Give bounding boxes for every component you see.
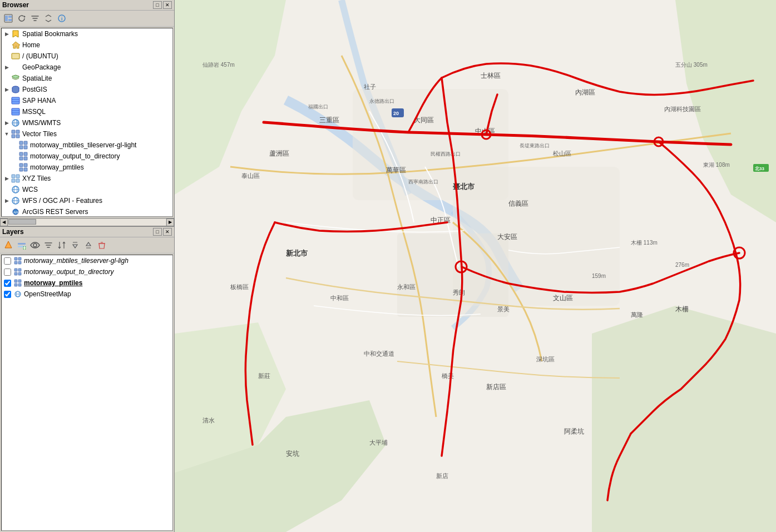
svg-text:永德路出口: 永德路出口	[369, 98, 394, 104]
browser-tree: ▶ Spatial Bookmarks Home	[1, 28, 173, 217]
tree-item-geopackage[interactable]: ▶ GP GeoPackage	[2, 62, 172, 73]
icon-wcs	[11, 185, 21, 195]
layers-minimize-btn[interactable]: □	[153, 228, 162, 236]
tree-item-vt-output[interactable]: motorway_output_to_directory	[2, 151, 172, 162]
layer-filter-btn[interactable]	[42, 239, 55, 251]
svg-rect-21	[19, 141, 23, 145]
layers-panel: Layers □ ✕	[0, 227, 174, 532]
svg-rect-28	[24, 157, 27, 160]
svg-rect-19	[12, 135, 15, 138]
expander-postgis[interactable]: ▶	[3, 87, 11, 92]
tree-item-postgis[interactable]: ▶ PostGIS	[2, 84, 172, 95]
layer-check-output[interactable]	[4, 269, 11, 276]
tree-item-vector-tiles[interactable]: ▼ Vector Tiles	[2, 128, 172, 140]
svg-text:阿柔坑: 阿柔坑	[564, 427, 584, 435]
svg-rect-54	[18, 261, 21, 264]
tree-item-sap-hana[interactable]: SAP HANA	[2, 95, 172, 106]
layer-add-btn[interactable]	[16, 239, 28, 251]
tree-item-ubuntu[interactable]: / (UBUNTU)	[2, 51, 172, 62]
hscroll-right-btn[interactable]: ▶	[166, 218, 174, 226]
expander-vector-tiles[interactable]: ▼	[3, 131, 11, 137]
layer-check-pmtiles[interactable]	[4, 280, 11, 287]
layer-check-mbtiles[interactable]	[4, 257, 11, 265]
tree-item-vt-pmtiles[interactable]: motorway_pmtiles	[2, 162, 172, 173]
svg-text:士林區: 士林區	[481, 72, 501, 79]
layers-close-btn[interactable]: ✕	[163, 228, 172, 236]
layer-item-pmtiles[interactable]: motorway_pmtiles	[2, 277, 172, 289]
expander-wms-wmts[interactable]: ▶	[3, 120, 11, 126]
browser-refresh-btn[interactable]	[16, 12, 28, 24]
layer-item-output[interactable]: motorway_output_to_directory	[2, 266, 172, 277]
label-mssql: MSSQL	[22, 108, 46, 116]
svg-rect-61	[14, 284, 17, 286]
svg-text:社子: 社子	[364, 83, 376, 90]
label-home: Home	[22, 41, 40, 49]
svg-rect-57	[14, 272, 17, 275]
svg-rect-59	[14, 280, 17, 282]
browser-minimize-btn[interactable]: □	[153, 1, 162, 9]
layer-moveup-btn[interactable]	[82, 239, 95, 251]
svg-text:泰山區: 泰山區	[241, 172, 260, 179]
expander-spatial-bookmarks[interactable]: ▶	[3, 31, 11, 37]
browser-collapse-btn[interactable]	[42, 12, 55, 24]
expander-xyz-tiles[interactable]: ▶	[3, 176, 11, 181]
layer-visibility-btn[interactable]	[29, 239, 41, 251]
layer-icon-mbtiles	[13, 256, 22, 265]
tree-item-wfs-ogc[interactable]: ▶ WFS / OGC API - Features	[2, 195, 172, 206]
svg-text:新店: 新店	[436, 473, 448, 479]
icon-wms-wmts	[11, 118, 21, 128]
icon-vt-output	[18, 151, 28, 161]
layer-movedown-btn[interactable]	[69, 239, 81, 251]
svg-rect-11	[12, 108, 19, 115]
tree-item-home[interactable]: Home	[2, 39, 172, 51]
expander-geopackage[interactable]: ▶	[3, 64, 11, 70]
layer-sort-btn[interactable]	[56, 239, 68, 251]
hscroll-thumb[interactable]	[8, 219, 36, 225]
svg-text:大安區: 大安區	[497, 233, 517, 241]
expander-wfs-ogc[interactable]: ▶	[3, 198, 11, 203]
tree-item-wcs[interactable]: WCS	[2, 184, 172, 195]
browser-panel: Browser □ ✕ i	[0, 0, 174, 227]
svg-text:東湖 108m: 東湖 108m	[703, 162, 730, 168]
layer-item-mbtiles[interactable]: motorway_mbtiles_tileserver-gl-ligh	[2, 255, 172, 266]
hscroll-track	[8, 219, 166, 226]
svg-rect-58	[18, 272, 21, 275]
browser-filter-btn[interactable]	[29, 12, 41, 24]
tree-item-mssql[interactable]: MSSQL	[2, 106, 172, 117]
map-area[interactable]: 蘆洲區 三重區 泰山區 社子 士林區 內湖區 內湖科技園區 大同區 中山區 松山…	[175, 0, 776, 532]
browser-info-btn[interactable]: i	[56, 12, 68, 24]
tree-item-xyz-tiles[interactable]: ▶ XYZ Tiles	[2, 173, 172, 184]
browser-add-btn[interactable]	[2, 12, 14, 24]
svg-rect-18	[16, 130, 19, 133]
label-wfs-ogc: WFS / OGC API - Features	[22, 197, 102, 205]
svg-rect-31	[19, 168, 23, 171]
label-vt-mbtiles: motorway_mbtiles_tileserver-gl-light	[30, 141, 136, 149]
svg-text:景美: 景美	[497, 306, 510, 312]
browser-hscrollbar: ◀ ▶	[0, 218, 174, 226]
tree-item-spatial-bookmarks[interactable]: ▶ Spatial Bookmarks	[2, 28, 172, 39]
layer-label-pmtiles: motorway_pmtiles	[24, 279, 82, 287]
label-vector-tiles: Vector Tiles	[22, 130, 57, 138]
svg-text:永和區: 永和區	[397, 284, 416, 290]
layer-label-output: motorway_output_to_directory	[24, 268, 113, 276]
layer-remove-btn[interactable]	[96, 239, 108, 251]
layer-check-osm[interactable]	[4, 291, 11, 298]
svg-text:大平埔: 大平埔	[369, 439, 388, 446]
browser-header: Browser □ ✕	[0, 0, 174, 11]
label-vt-output: motorway_output_to_directory	[30, 152, 120, 160]
svg-text:仙跡岩 457m: 仙跡岩 457m	[202, 62, 235, 68]
svg-text:內湖區: 內湖區	[575, 88, 595, 96]
map-svg: 蘆洲區 三重區 泰山區 社子 士林區 內湖區 內湖科技園區 大同區 中山區 松山…	[175, 0, 776, 532]
layer-item-osm[interactable]: OpenStreetMap	[2, 289, 172, 300]
hscroll-left-btn[interactable]: ◀	[0, 218, 8, 226]
tree-item-wms-wmts[interactable]: ▶ WMS/WMTS	[2, 117, 172, 128]
layer-open-btn[interactable]	[2, 239, 14, 251]
svg-text:五分山 305m: 五分山 305m	[675, 62, 708, 68]
svg-text:159m: 159m	[592, 273, 606, 279]
svg-text:北33: 北33	[754, 166, 764, 171]
browser-close-btn[interactable]: ✕	[163, 1, 172, 9]
tree-item-arcgis[interactable]: ARC ArcGIS REST Servers	[2, 206, 172, 217]
layers-controls: □ ✕	[153, 228, 172, 236]
tree-item-vt-mbtiles[interactable]: motorway_mbtiles_tileserver-gl-light	[2, 140, 172, 151]
tree-item-spatialite[interactable]: SpatiaLite	[2, 73, 172, 84]
